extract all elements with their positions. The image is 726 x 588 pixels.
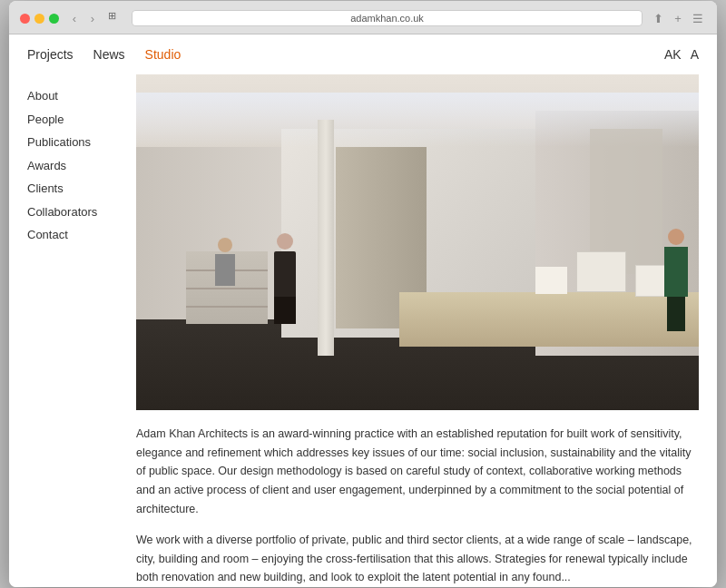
top-navigation: Projects News Studio AK A [9, 34, 717, 74]
pillar [318, 120, 334, 356]
fullscreen-button[interactable] [49, 14, 59, 24]
page-content: Projects News Studio AK A About People P… [9, 34, 717, 587]
person-sitting [209, 238, 240, 301]
tab-bar: ⊞ [108, 10, 124, 26]
hero-image [136, 74, 699, 410]
sidebar: About People Publications Awards Clients… [27, 74, 136, 587]
sidebar-item-collaborators[interactable]: Collaborators [27, 203, 136, 221]
browser-window: ‹ › ⊞ adamkhan.co.uk ⬆ + ☰ Projects News… [9, 1, 717, 587]
person-standing-body [274, 251, 296, 297]
nav-links-right: AK A [664, 47, 699, 62]
person-standing-legs [274, 297, 296, 324]
person-standing [272, 233, 298, 324]
address-bar[interactable]: adamkhan.co.uk [132, 10, 643, 26]
back-button[interactable]: ‹ [66, 10, 83, 26]
sidebar-item-people[interactable]: People [27, 111, 136, 129]
main-area: Adam Khan Architects is an award-winning… [136, 74, 699, 587]
nav-ak[interactable]: AK [664, 47, 682, 62]
sidebar-item-publications[interactable]: Publications [27, 133, 136, 152]
minimize-button[interactable] [34, 14, 44, 24]
model-2 [576, 251, 626, 292]
main-layout: About People Publications Awards Clients… [9, 74, 717, 587]
forward-button[interactable]: › [84, 10, 101, 26]
nav-studio[interactable]: Studio [145, 47, 182, 62]
nav-a[interactable]: A [691, 47, 699, 62]
browser-chrome: ‹ › ⊞ adamkhan.co.uk ⬆ + ☰ [9, 1, 717, 34]
share-icon[interactable]: ⬆ [650, 10, 666, 26]
nav-buttons: ‹ › [66, 10, 101, 26]
person-right-legs [667, 297, 685, 331]
sidebar-item-awards[interactable]: Awards [27, 157, 136, 175]
sidebar-toggle-icon[interactable]: ☰ [690, 10, 706, 26]
sidebar-item-about[interactable]: About [27, 87, 136, 105]
person-standing-head [277, 233, 293, 250]
browser-actions: ⬆ + ☰ [650, 10, 706, 26]
person-sitting-body [215, 254, 235, 286]
description-paragraph-1: Adam Khan Architects is an award-winning… [136, 425, 699, 518]
person-right-body [664, 247, 688, 297]
nav-projects[interactable]: Projects [27, 47, 74, 62]
sidebar-item-clients[interactable]: Clients [27, 180, 136, 198]
model-table [399, 292, 699, 347]
description-paragraph-2: We work with a diverse portfolio of priv… [136, 531, 699, 587]
tab-icon: ⊞ [108, 10, 124, 26]
close-button[interactable] [20, 14, 30, 24]
description: Adam Khan Architects is an award-winning… [136, 410, 699, 587]
traffic-lights [20, 14, 59, 24]
person-sitting-head [218, 238, 232, 252]
person-right-head [668, 229, 684, 245]
nav-links-left: Projects News Studio [27, 47, 181, 62]
bookmark-icon[interactable]: + [670, 10, 686, 26]
nav-news[interactable]: News [93, 47, 125, 62]
person-right [662, 229, 690, 328]
sidebar-item-contact[interactable]: Contact [27, 226, 136, 244]
model-3 [535, 267, 567, 294]
studio-scene [136, 74, 699, 410]
